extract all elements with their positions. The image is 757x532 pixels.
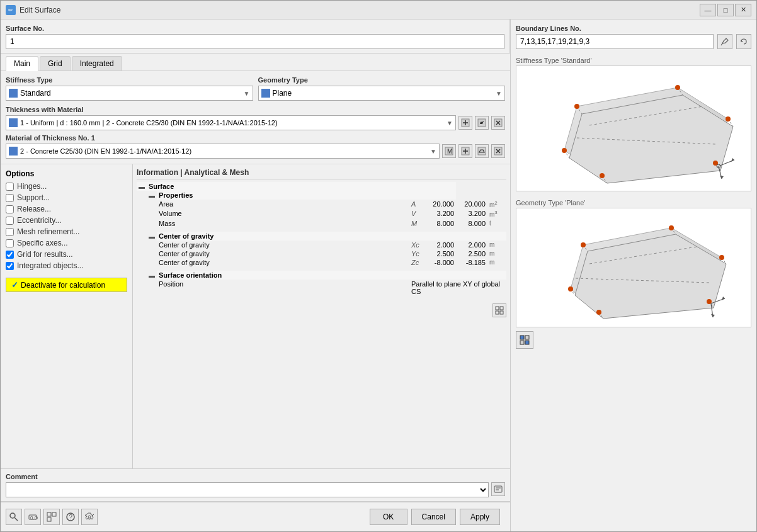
- info-panel: Information | Analytical & Mesh ▬ Surfac…: [133, 164, 510, 468]
- thickness-dropdown-arrow: ▼: [447, 120, 453, 127]
- svg-point-67: [719, 255, 724, 260]
- svg-marker-72: [722, 297, 725, 300]
- svg-text:0.00: 0.00: [30, 515, 38, 521]
- zc-row: Center of gravity Zc -8.000 -8.185 m: [137, 258, 506, 267]
- boundary-input[interactable]: [516, 34, 714, 49]
- apply-button[interactable]: Apply: [460, 509, 500, 525]
- grid-view-btn[interactable]: [492, 303, 506, 317]
- stiffness-diagram-svg: [526, 69, 741, 188]
- options-panel: Options Hinges... Support... Release... …: [1, 164, 133, 468]
- orientation-expand[interactable]: ▬: [149, 272, 155, 279]
- comment-btn[interactable]: [491, 482, 505, 496]
- thickness-color-box: [9, 118, 18, 127]
- thickness-section: Thickness with Material 1 - Uniform | d …: [6, 106, 505, 130]
- volume-val1: 3.200: [424, 209, 456, 218]
- options-title: Options: [6, 169, 127, 178]
- info-title: Information | Analytical & Mesh: [137, 168, 506, 179]
- release-checkbox[interactable]: [6, 205, 14, 213]
- cog-expand[interactable]: ▬: [149, 233, 155, 240]
- toolbar-settings-btn[interactable]: [81, 509, 98, 525]
- yc-sym: Yc: [409, 249, 424, 258]
- right-bottom-icon-btn[interactable]: [516, 331, 533, 349]
- mass-row: Mass M 8.000 8.000 t: [137, 219, 506, 228]
- toolbar-grid-btn[interactable]: [43, 509, 60, 525]
- surface-no-section: Surface No.: [1, 20, 510, 53]
- thickness-edit-btn[interactable]: [475, 116, 489, 130]
- thickness-select[interactable]: 1 - Uniform | d : 160.0 mm | 2 - Concret…: [6, 115, 456, 130]
- thickness-row: 1 - Uniform | d : 160.0 mm | 2 - Concret…: [6, 115, 505, 130]
- svg-rect-16: [496, 307, 499, 310]
- tabs-row: Main Grid Integrated: [1, 54, 510, 71]
- thickness-delete-btn[interactable]: [491, 116, 505, 130]
- svg-line-24: [15, 518, 18, 521]
- toolbar-number-btn[interactable]: 0.00: [25, 509, 41, 525]
- mass-val2: 8.000: [456, 219, 487, 228]
- svg-rect-12: [478, 147, 486, 155]
- boundary-section: Boundary Lines No.: [516, 25, 751, 49]
- geometry-color-box: [261, 89, 270, 98]
- mesh-checkbox[interactable]: [6, 228, 14, 236]
- tab-main[interactable]: Main: [6, 56, 38, 71]
- comment-input[interactable]: [6, 482, 489, 497]
- stiffness-diagram-label: Stiffness Type 'Standard': [516, 57, 751, 64]
- release-option[interactable]: Release...: [6, 205, 127, 213]
- hinges-option[interactable]: Hinges...: [6, 182, 127, 191]
- thickness-value: 1 - Uniform | d : 160.0 mm | 2 - Concret…: [20, 119, 447, 127]
- stiffness-type-select[interactable]: Standard ▼: [6, 86, 253, 101]
- integrated-objects-option[interactable]: Integrated objects...: [6, 261, 127, 270]
- integrated-objects-checkbox[interactable]: [6, 262, 14, 270]
- close-button[interactable]: ✕: [735, 4, 751, 16]
- zc-val2: -8.185: [456, 258, 487, 267]
- properties-expand[interactable]: ▬: [149, 192, 155, 199]
- specific-axes-checkbox[interactable]: [6, 239, 14, 247]
- boundary-edit-btn[interactable]: [717, 34, 732, 49]
- volume-val2: 3.200: [456, 209, 487, 218]
- svg-rect-20: [494, 486, 502, 492]
- maximize-button[interactable]: □: [717, 4, 734, 16]
- title-bar: ✏ Edit Surface — □ ✕: [1, 1, 756, 20]
- svg-rect-77: [520, 341, 524, 344]
- support-checkbox[interactable]: [6, 194, 14, 202]
- material-row: 2 - Concrete C25/30 (DIN EN 1992-1-1/NA/…: [6, 144, 505, 159]
- window-bottom: 0.00 ? OK Cancel Apply: [1, 501, 510, 531]
- svg-point-66: [669, 225, 674, 230]
- zc-sym: Zc: [409, 258, 424, 267]
- ok-button[interactable]: OK: [370, 509, 407, 525]
- grid-results-checkbox[interactable]: [6, 251, 14, 259]
- stiffness-color-box: [9, 89, 18, 98]
- yc-val1: 2.500: [424, 249, 456, 258]
- cancel-button[interactable]: Cancel: [411, 509, 456, 525]
- material-delete-btn[interactable]: [491, 144, 505, 158]
- material-new-btn[interactable]: [458, 144, 472, 158]
- deactivate-button[interactable]: ✓ Deactivate for calculation: [6, 278, 127, 292]
- svg-rect-19: [500, 311, 503, 314]
- tab-integrated[interactable]: Integrated: [72, 56, 122, 71]
- specific-axes-option[interactable]: Specific axes...: [6, 239, 127, 247]
- svg-point-70: [568, 286, 573, 291]
- eccentricity-option[interactable]: Eccentricity...: [6, 216, 127, 225]
- toolbar-help-btn[interactable]: ?: [62, 509, 79, 525]
- eccentricity-checkbox[interactable]: [6, 217, 14, 225]
- support-option[interactable]: Support...: [6, 193, 127, 202]
- stiffness-type-label: Stiffness Type: [6, 76, 253, 84]
- material-select[interactable]: 2 - Concrete C25/30 (DIN EN 1992-1-1/NA/…: [6, 144, 440, 159]
- geometry-type-field: Geometry Type Plane ▼: [258, 76, 506, 101]
- grid-results-option[interactable]: Grid for results...: [6, 250, 127, 259]
- material-dropdown-arrow: ▼: [430, 148, 436, 155]
- tab-grid[interactable]: Grid: [40, 56, 71, 71]
- hinges-checkbox[interactable]: [6, 183, 14, 191]
- boundary-undo-btn[interactable]: [736, 34, 751, 49]
- mesh-refinement-option[interactable]: Mesh refinement...: [6, 227, 127, 236]
- thickness-new-btn[interactable]: [458, 116, 472, 130]
- material-properties-btn[interactable]: M: [442, 144, 456, 158]
- toolbar-search-btn[interactable]: [6, 509, 22, 525]
- svg-rect-17: [500, 307, 503, 310]
- material-edit-btn[interactable]: [475, 144, 489, 158]
- svg-marker-53: [720, 176, 724, 179]
- geometry-diagram-section: Geometry Type 'Plane': [516, 196, 751, 327]
- surface-expand[interactable]: ▬: [139, 183, 145, 190]
- geometry-type-select[interactable]: Plane ▼: [258, 86, 506, 101]
- minimize-button[interactable]: —: [700, 4, 716, 16]
- surface-no-input[interactable]: [6, 34, 504, 49]
- deactivate-label: Deactivate for calculation: [21, 281, 105, 290]
